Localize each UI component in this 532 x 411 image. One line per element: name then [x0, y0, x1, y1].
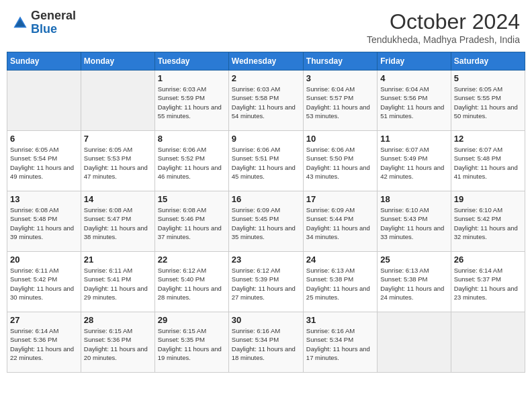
day-info: Sunrise: 6:13 AMSunset: 5:38 PMDaylight:…: [380, 266, 447, 302]
day-number: 13: [10, 194, 78, 204]
day-number: 23: [232, 255, 300, 265]
day-cell: 9Sunrise: 6:06 AMSunset: 5:51 PMDaylight…: [228, 131, 303, 191]
calendar-table: SundayMondayTuesdayWednesdayThursdayFrid…: [7, 52, 525, 373]
day-cell: 19Sunrise: 6:10 AMSunset: 5:42 PMDayligh…: [451, 191, 525, 252]
day-info: Sunrise: 6:16 AMSunset: 5:34 PMDaylight:…: [306, 326, 374, 362]
header-day-tuesday: Tuesday: [154, 52, 228, 71]
week-row-4: 20Sunrise: 6:11 AMSunset: 5:42 PMDayligh…: [7, 252, 525, 312]
header-day-thursday: Thursday: [303, 52, 377, 71]
day-cell: 27Sunrise: 6:14 AMSunset: 5:36 PMDayligh…: [7, 312, 81, 373]
day-cell: 1Sunrise: 6:03 AMSunset: 5:59 PMDaylight…: [154, 71, 228, 131]
day-number: 6: [10, 134, 78, 144]
week-row-5: 27Sunrise: 6:14 AMSunset: 5:36 PMDayligh…: [7, 312, 525, 373]
day-info: Sunrise: 6:11 AMSunset: 5:42 PMDaylight:…: [10, 266, 78, 302]
day-number: 27: [10, 315, 78, 325]
day-cell: 18Sunrise: 6:10 AMSunset: 5:43 PMDayligh…: [378, 191, 451, 252]
day-number: 26: [454, 255, 522, 265]
calendar-body: 1Sunrise: 6:03 AMSunset: 5:59 PMDaylight…: [7, 71, 525, 373]
day-cell: 14Sunrise: 6:08 AMSunset: 5:47 PMDayligh…: [81, 191, 154, 252]
day-number: 22: [158, 255, 226, 265]
day-number: 17: [306, 194, 374, 204]
day-cell: 20Sunrise: 6:11 AMSunset: 5:42 PMDayligh…: [7, 252, 81, 312]
day-cell: 23Sunrise: 6:12 AMSunset: 5:39 PMDayligh…: [228, 252, 303, 312]
day-cell: 17Sunrise: 6:09 AMSunset: 5:44 PMDayligh…: [303, 191, 377, 252]
day-cell: 10Sunrise: 6:06 AMSunset: 5:50 PMDayligh…: [303, 131, 377, 191]
logo-icon: [12, 15, 28, 31]
day-cell: 8Sunrise: 6:06 AMSunset: 5:52 PMDaylight…: [154, 131, 228, 191]
day-info: Sunrise: 6:03 AMSunset: 5:59 PMDaylight:…: [158, 85, 226, 120]
day-info: Sunrise: 6:05 AMSunset: 5:55 PMDaylight:…: [454, 85, 522, 120]
day-number: 7: [84, 134, 152, 144]
day-cell: 12Sunrise: 6:07 AMSunset: 5:48 PMDayligh…: [451, 131, 525, 191]
day-cell: 24Sunrise: 6:13 AMSunset: 5:38 PMDayligh…: [303, 252, 377, 312]
logo-text: General Blue: [31, 9, 76, 36]
day-info: Sunrise: 6:04 AMSunset: 5:57 PMDaylight:…: [306, 85, 374, 120]
day-number: 12: [454, 134, 522, 144]
header-day-sunday: Sunday: [7, 52, 81, 71]
day-info: Sunrise: 6:06 AMSunset: 5:52 PMDaylight:…: [158, 145, 226, 181]
day-info: Sunrise: 6:12 AMSunset: 5:39 PMDaylight:…: [232, 266, 300, 302]
day-info: Sunrise: 6:16 AMSunset: 5:34 PMDaylight:…: [232, 326, 300, 362]
day-cell: 16Sunrise: 6:09 AMSunset: 5:45 PMDayligh…: [228, 191, 303, 252]
day-cell: 28Sunrise: 6:15 AMSunset: 5:36 PMDayligh…: [81, 312, 154, 373]
day-info: Sunrise: 6:08 AMSunset: 5:47 PMDaylight:…: [84, 205, 152, 241]
header-row: SundayMondayTuesdayWednesdayThursdayFrid…: [7, 52, 525, 71]
calendar-header: SundayMondayTuesdayWednesdayThursdayFrid…: [7, 52, 525, 71]
day-number: 15: [158, 194, 226, 204]
day-cell: 7Sunrise: 6:05 AMSunset: 5:53 PMDaylight…: [81, 131, 154, 191]
day-cell: 31Sunrise: 6:16 AMSunset: 5:34 PMDayligh…: [303, 312, 377, 373]
day-number: 10: [306, 134, 374, 144]
day-number: 19: [454, 194, 522, 204]
day-cell: [7, 71, 81, 131]
day-cell: 2Sunrise: 6:03 AMSunset: 5:58 PMDaylight…: [228, 71, 303, 131]
day-info: Sunrise: 6:15 AMSunset: 5:35 PMDaylight:…: [158, 326, 226, 362]
day-info: Sunrise: 6:09 AMSunset: 5:45 PMDaylight:…: [232, 205, 300, 241]
day-cell: 11Sunrise: 6:07 AMSunset: 5:49 PMDayligh…: [378, 131, 451, 191]
day-number: 18: [380, 194, 447, 204]
logo-general: General: [31, 9, 76, 22]
day-info: Sunrise: 6:10 AMSunset: 5:43 PMDaylight:…: [380, 205, 447, 241]
day-cell: 13Sunrise: 6:08 AMSunset: 5:48 PMDayligh…: [7, 191, 81, 252]
day-info: Sunrise: 6:03 AMSunset: 5:58 PMDaylight:…: [232, 85, 300, 120]
day-info: Sunrise: 6:11 AMSunset: 5:41 PMDaylight:…: [84, 266, 152, 302]
day-info: Sunrise: 6:10 AMSunset: 5:42 PMDaylight:…: [454, 205, 522, 241]
day-info: Sunrise: 6:12 AMSunset: 5:40 PMDaylight:…: [158, 266, 226, 302]
day-info: Sunrise: 6:07 AMSunset: 5:48 PMDaylight:…: [454, 145, 522, 181]
title-section: October 2024 Tendukheda, Madhya Pradesh,…: [367, 9, 520, 45]
day-cell: 22Sunrise: 6:12 AMSunset: 5:40 PMDayligh…: [154, 252, 228, 312]
day-info: Sunrise: 6:13 AMSunset: 5:38 PMDaylight:…: [306, 266, 374, 302]
day-info: Sunrise: 6:06 AMSunset: 5:50 PMDaylight:…: [306, 145, 374, 181]
page-header: General Blue October 2024 Tendukheda, Ma…: [7, 7, 525, 48]
day-number: 2: [232, 73, 300, 83]
day-cell: 30Sunrise: 6:16 AMSunset: 5:34 PMDayligh…: [228, 312, 303, 373]
day-number: 16: [232, 194, 300, 204]
day-info: Sunrise: 6:05 AMSunset: 5:53 PMDaylight:…: [84, 145, 152, 181]
day-number: 5: [454, 73, 522, 83]
day-info: Sunrise: 6:14 AMSunset: 5:36 PMDaylight:…: [10, 326, 78, 362]
day-number: 11: [380, 134, 447, 144]
day-info: Sunrise: 6:05 AMSunset: 5:54 PMDaylight:…: [10, 145, 78, 181]
header-day-wednesday: Wednesday: [228, 52, 303, 71]
day-cell: [451, 312, 525, 373]
logo-blue: Blue: [31, 22, 57, 36]
day-cell: 3Sunrise: 6:04 AMSunset: 5:57 PMDaylight…: [303, 71, 377, 131]
day-cell: 29Sunrise: 6:15 AMSunset: 5:35 PMDayligh…: [154, 312, 228, 373]
day-number: 29: [158, 315, 226, 325]
day-number: 9: [232, 134, 300, 144]
day-info: Sunrise: 6:15 AMSunset: 5:36 PMDaylight:…: [84, 326, 152, 362]
day-info: Sunrise: 6:08 AMSunset: 5:48 PMDaylight:…: [10, 205, 78, 241]
week-row-3: 13Sunrise: 6:08 AMSunset: 5:48 PMDayligh…: [7, 191, 525, 252]
month-title: October 2024: [367, 9, 520, 34]
day-info: Sunrise: 6:04 AMSunset: 5:56 PMDaylight:…: [380, 85, 447, 120]
day-cell: 21Sunrise: 6:11 AMSunset: 5:41 PMDayligh…: [81, 252, 154, 312]
day-cell: [378, 312, 451, 373]
day-cell: 5Sunrise: 6:05 AMSunset: 5:55 PMDaylight…: [451, 71, 525, 131]
location: Tendukheda, Madhya Pradesh, India: [367, 34, 520, 45]
day-info: Sunrise: 6:14 AMSunset: 5:37 PMDaylight:…: [454, 266, 522, 302]
day-info: Sunrise: 6:08 AMSunset: 5:46 PMDaylight:…: [158, 205, 226, 241]
day-number: 31: [306, 315, 374, 325]
header-day-friday: Friday: [378, 52, 451, 71]
day-number: 30: [232, 315, 300, 325]
day-cell: 4Sunrise: 6:04 AMSunset: 5:56 PMDaylight…: [378, 71, 451, 131]
day-number: 20: [10, 255, 78, 265]
